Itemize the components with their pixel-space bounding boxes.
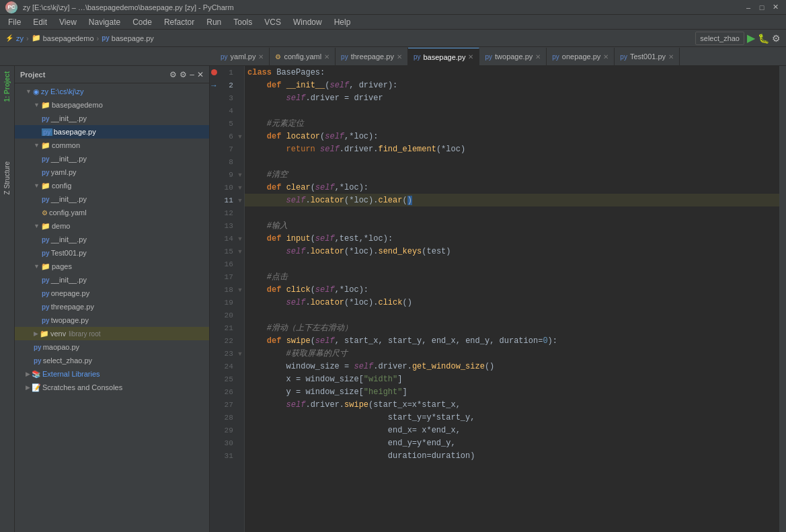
tree-init-1[interactable]: py __init__.py xyxy=(15,112,209,125)
fold-9[interactable]: ▼ xyxy=(236,172,244,178)
app-logo: PC xyxy=(5,1,17,13)
ln-27: 27 xyxy=(218,401,236,409)
fold-14[interactable]: ▼ xyxy=(236,235,244,242)
tab-yaml-py[interactable]: py yaml.py ✕ xyxy=(215,48,270,65)
tab-close-two[interactable]: ✕ xyxy=(535,53,541,61)
tab-threepage[interactable]: py threepage.py ✕ xyxy=(336,48,408,65)
menu-code[interactable]: Code xyxy=(127,16,157,28)
bp-2[interactable]: → xyxy=(210,81,218,90)
fold-15[interactable]: ▼ xyxy=(236,248,244,255)
tab-close-yaml[interactable]: ✕ xyxy=(258,53,264,61)
tab-config-yaml[interactable]: ⚙ config.yaml ✕ xyxy=(270,48,336,65)
ln-23: 23 xyxy=(218,350,236,358)
menu-window[interactable]: Window xyxy=(288,16,327,28)
breadcrumb-basepage[interactable]: basepage.py xyxy=(112,34,154,42)
ext-libs-icon: 📚 xyxy=(32,370,41,379)
tree-threepage[interactable]: py threepage.py xyxy=(15,300,209,313)
menu-help[interactable]: Help xyxy=(329,16,356,28)
fold-10[interactable]: ▼ xyxy=(236,184,244,191)
tab-close-base[interactable]: ✕ xyxy=(468,53,473,61)
tab-close-three[interactable]: ✕ xyxy=(397,53,402,61)
folder-demo-icon: 📁 xyxy=(41,222,50,231)
close-button[interactable]: ✕ xyxy=(770,2,781,13)
minimize-button[interactable]: – xyxy=(743,2,754,13)
profile-button[interactable]: ⚙ xyxy=(772,33,781,44)
tree-config-yaml[interactable]: ⚙ config.yaml xyxy=(15,206,209,219)
chevron-pages: ▼ xyxy=(34,263,40,270)
breadcrumb-sep1: › xyxy=(26,34,29,42)
bp-1[interactable] xyxy=(210,69,218,75)
tree-init-pages[interactable]: py __init__.py xyxy=(15,273,209,287)
tree-root-zy[interactable]: ▼ ◉ zy E:\cs\kj\zy xyxy=(15,85,209,98)
tab-twopage[interactable]: py twopage.py ✕ xyxy=(479,48,547,65)
tab-close-config[interactable]: ✕ xyxy=(324,53,329,61)
py-icon-base: py xyxy=(42,128,52,136)
tree-test001[interactable]: py Test001.py xyxy=(15,246,209,260)
tab-close-one[interactable]: ✕ xyxy=(603,53,608,61)
panel-action-gear[interactable]: ⚙ xyxy=(180,70,187,79)
menu-navigate[interactable]: Navigate xyxy=(83,16,126,28)
py-icon-test001: py xyxy=(42,250,50,257)
tab-close-test[interactable]: ✕ xyxy=(668,53,674,61)
tree-onepage[interactable]: py onepage.py xyxy=(15,287,209,300)
code-editor[interactable]: class BasePages: def __init__(self, driv… xyxy=(245,66,779,532)
menu-file[interactable]: File xyxy=(3,16,26,28)
menu-run[interactable]: Run xyxy=(201,16,227,28)
scratches-icon: 📝 xyxy=(32,383,41,392)
gutter-line-29: 29 xyxy=(210,424,244,436)
tab-onepage[interactable]: py onepage.py ✕ xyxy=(547,48,615,65)
window-title: zy [E:\cs\kj\zy] – …\basepagedemo\basepa… xyxy=(23,3,234,11)
yaml-icon-config: ⚙ xyxy=(42,209,48,217)
gutter-line-9: 9 ▼ xyxy=(210,168,244,181)
tab-basepage[interactable]: py basepage.py ✕ xyxy=(408,48,480,65)
run-config-select[interactable]: select_zhao xyxy=(695,32,744,45)
code-container: 1 → 2 3 4 xyxy=(210,66,786,532)
tree-basepagedemo[interactable]: ▼ 📁 basepagedemo xyxy=(15,98,209,112)
ln-18: 18 xyxy=(218,286,236,294)
panel-action-settings[interactable]: ⚙ xyxy=(169,70,177,79)
panel-action-close[interactable]: ✕ xyxy=(197,70,204,79)
run-button[interactable]: ▶ xyxy=(747,32,755,44)
tree-venv[interactable]: ▶ 📁 venv library root xyxy=(15,327,209,340)
py-icon-init-pages: py xyxy=(42,276,50,284)
breadcrumb-basepagedemo[interactable]: basepagedemo xyxy=(43,34,94,42)
tree-scratches[interactable]: ▶ 📝 Scratches and Consoles xyxy=(15,381,209,394)
tree-init-demo[interactable]: py __init__.py xyxy=(15,233,209,246)
code-line-23: #获取屏幕的尺寸 xyxy=(245,347,779,360)
tree-init1-label: __init__.py xyxy=(51,114,87,122)
tree-pages[interactable]: ▼ 📁 pages xyxy=(15,260,209,273)
tree-select-zhao[interactable]: py select_zhao.py xyxy=(15,354,209,367)
gutter-line-8: 8 xyxy=(210,155,244,168)
sidebar-strip-project[interactable]: 1: Project xyxy=(2,69,12,105)
tree-yaml-label: yaml.py xyxy=(51,168,77,176)
panel-header: Project ⚙ ⚙ – ✕ xyxy=(15,66,209,83)
tree-config[interactable]: ▼ 📁 config xyxy=(15,179,209,192)
tree-demo[interactable]: ▼ 📁 demo xyxy=(15,219,209,233)
tree-maopao[interactable]: py maopao.py xyxy=(15,340,209,354)
menu-vcs[interactable]: VCS xyxy=(259,16,286,28)
tree-common[interactable]: ▼ 📁 common xyxy=(15,139,209,152)
tree-yaml-py[interactable]: py yaml.py xyxy=(15,165,209,179)
tree-ext-libs[interactable]: ▶ 📚 External Libraries xyxy=(15,367,209,381)
tab-test001[interactable]: py Test001.py ✕ xyxy=(615,48,680,65)
code-line-17: #点击 xyxy=(245,270,779,283)
fold-11[interactable]: ▼ xyxy=(236,197,244,204)
menu-refactor[interactable]: Refactor xyxy=(159,16,200,28)
sidebar-strip-structure[interactable]: Z Structure xyxy=(2,159,12,197)
tree-init-common[interactable]: py __init__.py xyxy=(15,152,209,165)
tree-basepage-py[interactable]: py basepage.py xyxy=(15,125,209,139)
maximize-button[interactable]: □ xyxy=(756,2,767,13)
gutter-line-23: 23 ▼ xyxy=(210,347,244,360)
breadcrumb-zy[interactable]: zy xyxy=(16,34,24,42)
tree-twopage[interactable]: py twopage.py xyxy=(15,313,209,327)
menu-tools[interactable]: Tools xyxy=(228,16,258,28)
menu-view[interactable]: View xyxy=(54,16,82,28)
fold-18[interactable]: ▼ xyxy=(236,287,244,293)
panel-action-hide[interactable]: – xyxy=(190,70,194,79)
tree-init-config[interactable]: py __init__.py xyxy=(15,192,209,206)
fold-6[interactable]: ▼ xyxy=(236,133,244,140)
debug-button[interactable]: 🐛 xyxy=(758,33,769,44)
menu-edit[interactable]: Edit xyxy=(28,16,52,28)
fold-23[interactable]: ▼ xyxy=(236,350,244,357)
scrollbar-vertical[interactable] xyxy=(779,66,786,532)
